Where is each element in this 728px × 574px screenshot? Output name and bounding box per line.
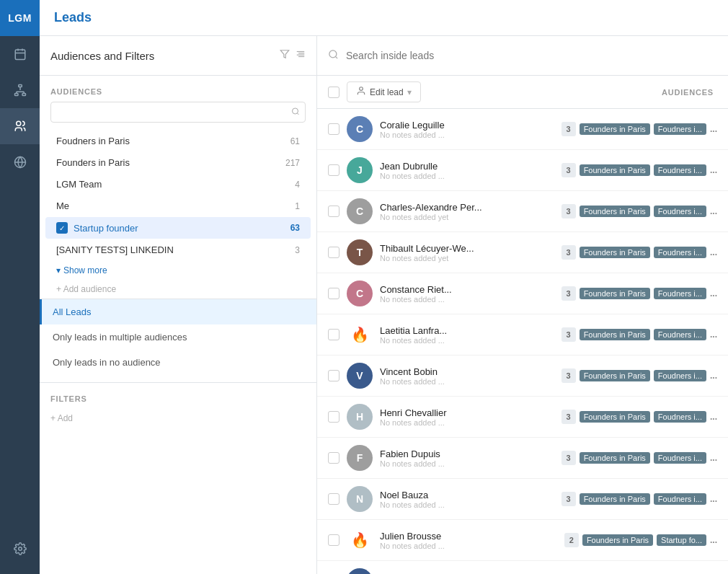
lead-info: Coralie Leguille No notes added ...: [380, 120, 554, 139]
filter-tab[interactable]: Only leads in multiple audiences: [40, 324, 316, 350]
audience-tag: Foudners i...: [654, 329, 706, 340]
more-tag[interactable]: ...: [710, 288, 717, 299]
filter-tab[interactable]: All Leads: [40, 299, 316, 324]
audience-count-badge: 3: [561, 245, 576, 260]
more-tag[interactable]: ...: [710, 494, 717, 504]
audience-search-box: [50, 102, 306, 123]
lead-checkbox[interactable]: [328, 370, 339, 381]
lead-row[interactable]: J Jean Dubrulle No notes added ... 3 Fou…: [317, 150, 728, 191]
lead-checkbox[interactable]: [328, 206, 339, 217]
lead-audiences: 3 Founders in ParisFoudners i... ...: [561, 368, 717, 383]
audience-tag: Startup fo...: [657, 534, 706, 546]
lead-checkbox[interactable]: [328, 247, 339, 258]
lead-row[interactable]: 🔥 Julien Brousse No notes added ... 2 Fo…: [317, 520, 728, 561]
add-filter-button[interactable]: + Add: [40, 409, 316, 428]
svg-rect-5: [14, 94, 18, 96]
audience-item[interactable]: Founders in Paris 217: [45, 152, 311, 173]
page-title: Leads: [54, 10, 92, 25]
lead-info: Laetitia Lanfra... No notes added ...: [380, 325, 554, 345]
more-tag[interactable]: ...: [710, 206, 717, 216]
lead-checkbox[interactable]: [328, 329, 339, 340]
sidebar: Audiences and Filters AUDIENCES Foudners…: [40, 36, 317, 574]
nav-settings[interactable]: [0, 531, 40, 567]
filter-tab-list: All LeadsOnly leads in multiple audience…: [40, 299, 316, 375]
add-audience-button[interactable]: + Add audience: [45, 280, 316, 299]
audience-tag: Founders in Paris: [580, 452, 650, 464]
avatar: T: [347, 239, 373, 265]
lead-checkbox[interactable]: [328, 411, 339, 423]
svg-marker-15: [280, 50, 289, 58]
lead-info: Vincent Bobin No notes added ...: [380, 366, 554, 386]
lead-row[interactable]: C Charles-Alexandre Per... No notes adde…: [317, 191, 728, 232]
audience-count: 61: [290, 136, 300, 146]
lead-name: Laetitia Lanfra...: [380, 325, 554, 336]
lead-name: Thibault Lécuyer-We...: [380, 243, 554, 254]
more-tag[interactable]: ...: [710, 412, 717, 422]
svg-line-21: [297, 112, 298, 114]
lead-row[interactable]: 🔥 Laetitia Lanfra... No notes added ... …: [317, 314, 728, 356]
lead-row[interactable]: T Thibault Lécuyer-We... No notes added …: [317, 232, 728, 273]
audience-tag: Founders in Paris: [580, 247, 650, 258]
more-tag[interactable]: ...: [710, 371, 717, 381]
lead-checkbox[interactable]: [328, 164, 339, 176]
audience-tag: Founders in Paris: [582, 534, 653, 546]
lead-row[interactable]: C Coralie Leguille No notes added ... 3 …: [317, 109, 728, 150]
filters-section: FILTERS + Add: [40, 382, 316, 428]
lead-checkbox[interactable]: [328, 534, 339, 546]
audience-item[interactable]: [SANITY TESTS] LINKEDIN 3: [45, 239, 311, 260]
sort-icon[interactable]: [296, 49, 306, 62]
audience-item[interactable]: Foudners in Paris 61: [45, 131, 311, 151]
nav-globe[interactable]: [0, 144, 40, 180]
avatar: N: [347, 486, 373, 512]
more-tag[interactable]: ...: [710, 535, 717, 545]
audience-tag: Foudners i...: [654, 452, 706, 464]
more-tag[interactable]: ...: [710, 124, 717, 134]
audience-count-badge: 3: [561, 286, 576, 301]
audience-tag: Foudners i...: [654, 206, 706, 217]
lead-row[interactable]: H Henri Chevallier No notes added ... 3 …: [317, 397, 728, 438]
select-all-checkbox[interactable]: [328, 87, 339, 98]
more-tag[interactable]: ...: [710, 330, 717, 340]
more-tag[interactable]: ...: [710, 165, 717, 175]
leads-search-input[interactable]: [346, 50, 717, 61]
lead-name: Coralie Leguille: [380, 120, 554, 131]
audience-name: Founders in Paris: [56, 157, 285, 168]
lead-row[interactable]: N Noel Bauza No notes added ... 3 Founde…: [317, 479, 728, 520]
edit-lead-button[interactable]: Edit lead ▾: [347, 81, 421, 102]
lead-audiences: 3 Founders in ParisFoudners i... ...: [561, 492, 717, 506]
lead-note: No notes added ...: [380, 418, 554, 427]
more-tag[interactable]: ...: [710, 453, 717, 463]
lead-checkbox[interactable]: [328, 493, 339, 505]
lead-checkbox[interactable]: [328, 452, 339, 464]
lead-name: Jean Dubrulle: [380, 161, 554, 172]
lead-row[interactable]: V Vincent Bobin No notes added ... 3 Fou…: [317, 356, 728, 397]
audience-item[interactable]: ✓ Startup founder 63: [45, 217, 311, 239]
filter-tab[interactable]: Only leads in no audience: [40, 350, 316, 375]
svg-line-23: [335, 56, 337, 58]
audience-search-input[interactable]: [50, 102, 306, 123]
more-tag[interactable]: ...: [710, 247, 717, 257]
nav-people[interactable]: [0, 108, 40, 144]
lead-checkbox[interactable]: [328, 288, 339, 299]
nav-hierarchy[interactable]: [0, 72, 40, 108]
audiences-col-header: AUDIENCES: [662, 88, 717, 97]
show-more-button[interactable]: ▾ Show more: [45, 261, 316, 280]
lead-audiences: 3 Founders in ParisFoudners i... ...: [561, 451, 717, 465]
lead-info: Charles-Alexandre Per... No notes added …: [380, 202, 554, 221]
lead-info: Thibault Lécuyer-We... No notes added ye…: [380, 243, 554, 262]
lead-checkbox[interactable]: [328, 123, 339, 135]
lead-row[interactable]: C Constance Riet... No notes added ... 3…: [317, 273, 728, 314]
audience-item[interactable]: LGM Team 4: [45, 174, 311, 195]
lead-row[interactable]: F Fabien Dupuis No notes added ... 3 Fou…: [317, 438, 728, 479]
audience-item[interactable]: Me 1: [45, 195, 311, 216]
filter-icon[interactable]: [280, 49, 290, 62]
lead-note: No notes added ...: [380, 377, 554, 386]
lead-row[interactable]: R Raphaël Arbuz No notes added ... 3 Fou…: [317, 561, 728, 574]
lead-audiences: 3 Founders in ParisFoudners i... ...: [561, 245, 717, 260]
svg-rect-0: [15, 50, 25, 60]
person-icon: [356, 86, 366, 98]
nav-calendar[interactable]: [0, 36, 40, 72]
audiences-section-title: AUDIENCES: [40, 76, 316, 102]
lead-info: Raphaël Arbuz No notes added ...: [380, 572, 554, 575]
avatar: 🔥: [347, 322, 373, 348]
